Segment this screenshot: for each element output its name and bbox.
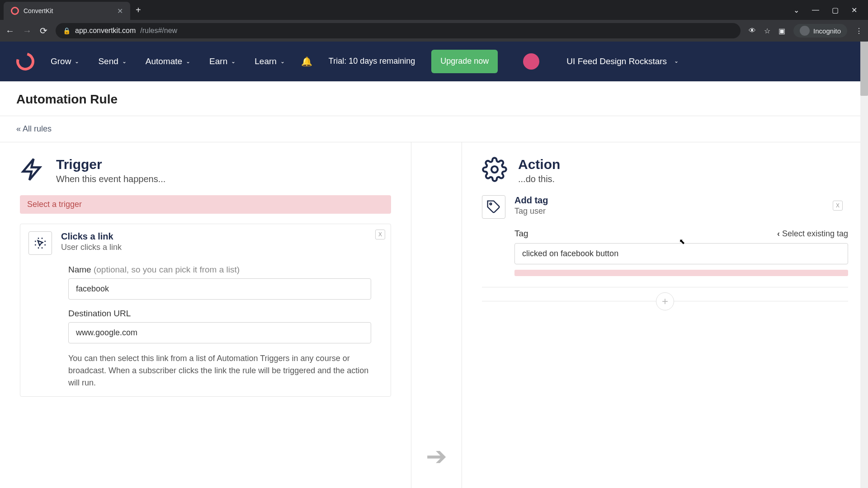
chevron-down-icon: ⌄ <box>186 58 190 65</box>
action-column: Action ...do this. Add tag Tag user X Ta… <box>462 142 868 488</box>
chevron-down-icon: ⌄ <box>280 58 285 65</box>
breadcrumb-link[interactable]: « All rules <box>16 124 52 133</box>
tab-bar: ConvertKit ✕ + ⌄ — ▢ ✕ <box>0 0 868 20</box>
user-avatar[interactable] <box>523 53 539 70</box>
maximize-icon[interactable]: ▢ <box>832 6 839 14</box>
pointer-click-icon <box>28 231 52 255</box>
remove-action-button[interactable]: X <box>833 201 843 211</box>
action-card-title: Add tag <box>514 195 548 206</box>
forward-button[interactable]: → <box>23 26 32 36</box>
nav-earn[interactable]: Earn⌄ <box>209 56 236 66</box>
trigger-subtitle: When this event happens... <box>56 174 165 184</box>
action-card-sub: Tag user <box>514 206 548 216</box>
main-content: Trigger When this event happens... Selec… <box>0 142 868 488</box>
notifications-icon[interactable]: 🔔 <box>301 56 312 67</box>
trigger-header: Trigger When this event happens... <box>20 157 391 184</box>
trigger-title: Trigger <box>56 157 165 172</box>
reload-button[interactable]: ⟳ <box>40 25 47 36</box>
chevron-down-icon: ⌄ <box>75 58 79 65</box>
convertkit-logo-icon[interactable] <box>13 49 38 74</box>
browser-tab[interactable]: ConvertKit ✕ <box>4 2 130 20</box>
trigger-url-input[interactable] <box>68 322 371 343</box>
incognito-icon <box>800 26 810 36</box>
chevron-down-icon: ⌄ <box>231 58 236 65</box>
action-subtitle: ...do this. <box>518 174 560 184</box>
trial-status: Trial: 10 days remaining <box>329 56 415 66</box>
tag-label: Tag <box>514 229 528 239</box>
url-domain: app.convertkit.com <box>75 27 136 35</box>
panel-icon[interactable]: ▣ <box>778 27 785 35</box>
close-tab-icon[interactable]: ✕ <box>117 7 123 15</box>
window-controls: ⌄ — ▢ ✕ <box>793 6 864 14</box>
select-existing-tag-link[interactable]: Select existing tag <box>777 229 848 239</box>
chevron-down-icon: ⌄ <box>674 58 679 65</box>
incognito-badge[interactable]: Incognito <box>793 24 847 38</box>
eye-off-icon[interactable]: 👁 <box>749 27 756 35</box>
nav-send[interactable]: Send⌄ <box>98 56 126 66</box>
add-action-divider: + <box>482 301 848 301</box>
page-title: Automation Rule <box>0 81 868 116</box>
action-title: Action <box>518 157 560 172</box>
trigger-error: Select a trigger <box>20 195 391 214</box>
flow-arrow-column: ➔ <box>411 142 462 488</box>
svg-point-0 <box>491 166 498 173</box>
new-tab-button[interactable]: + <box>136 5 141 15</box>
url-path: /rules#/new <box>140 27 177 35</box>
remove-trigger-button[interactable]: X <box>375 230 385 239</box>
trigger-form: Name (optional, so you can pick it from … <box>68 265 382 389</box>
trigger-card: Clicks a link User clicks a link X Name … <box>20 224 391 397</box>
url-label: Destination URL <box>68 309 382 319</box>
scrollbar-thumb[interactable] <box>860 42 868 96</box>
svg-point-1 <box>490 203 491 205</box>
close-window-icon[interactable]: ✕ <box>851 6 857 14</box>
favicon-icon <box>11 7 19 15</box>
tag-icon <box>482 195 505 219</box>
browser-menu-icon[interactable]: ⋮ <box>855 27 863 35</box>
breadcrumb: « All rules <box>0 116 868 142</box>
address-bar: ← → ⟳ 🔒 app.convertkit.com/rules#/new 👁 … <box>0 20 868 42</box>
action-header: Action ...do this. <box>482 157 848 184</box>
tab-title: ConvertKit <box>24 7 53 14</box>
chevron-down-icon: ⌄ <box>122 58 127 65</box>
trigger-card-title: Clicks a link <box>61 231 122 242</box>
minimize-icon[interactable]: — <box>812 6 819 14</box>
url-input[interactable]: 🔒 app.convertkit.com/rules#/new <box>56 23 741 38</box>
trigger-column: Trigger When this event happens... Selec… <box>0 142 411 488</box>
gear-icon <box>482 157 507 184</box>
name-label: Name (optional, so you can pick it from … <box>68 265 382 275</box>
bookmark-icon[interactable]: ☆ <box>764 27 770 35</box>
tag-validation-bar <box>514 270 848 276</box>
tag-input[interactable] <box>514 243 848 264</box>
back-button[interactable]: ← <box>5 26 14 36</box>
browser-chrome: ConvertKit ✕ + ⌄ — ▢ ✕ ← → ⟳ 🔒 app.conve… <box>0 0 868 42</box>
trigger-name-input[interactable] <box>68 278 371 300</box>
vertical-scrollbar[interactable] <box>860 42 868 488</box>
lock-icon: 🔒 <box>63 27 71 34</box>
nav-grow[interactable]: Grow⌄ <box>51 56 79 66</box>
trigger-card-sub: User clicks a link <box>61 243 122 252</box>
app-header: Grow⌄ Send⌄ Automate⌄ Earn⌄ Learn⌄ 🔔 Tri… <box>0 42 868 81</box>
action-card: Add tag Tag user X Tag Select existing t… <box>482 195 848 287</box>
workspace-dropdown[interactable]: UI Feed Design Rockstars ⌄ <box>566 56 679 67</box>
arrow-right-icon: ➔ <box>426 441 447 471</box>
nav-automate[interactable]: Automate⌄ <box>146 56 190 66</box>
lightning-icon <box>20 157 45 184</box>
add-action-button[interactable]: + <box>656 292 674 310</box>
main-nav: Grow⌄ Send⌄ Automate⌄ Earn⌄ Learn⌄ <box>51 56 285 66</box>
tabs-dropdown-icon[interactable]: ⌄ <box>793 6 799 14</box>
trigger-help-text: You can then select this link from a lis… <box>68 352 371 389</box>
upgrade-button[interactable]: Upgrade now <box>431 50 498 73</box>
nav-learn[interactable]: Learn⌄ <box>255 56 285 66</box>
